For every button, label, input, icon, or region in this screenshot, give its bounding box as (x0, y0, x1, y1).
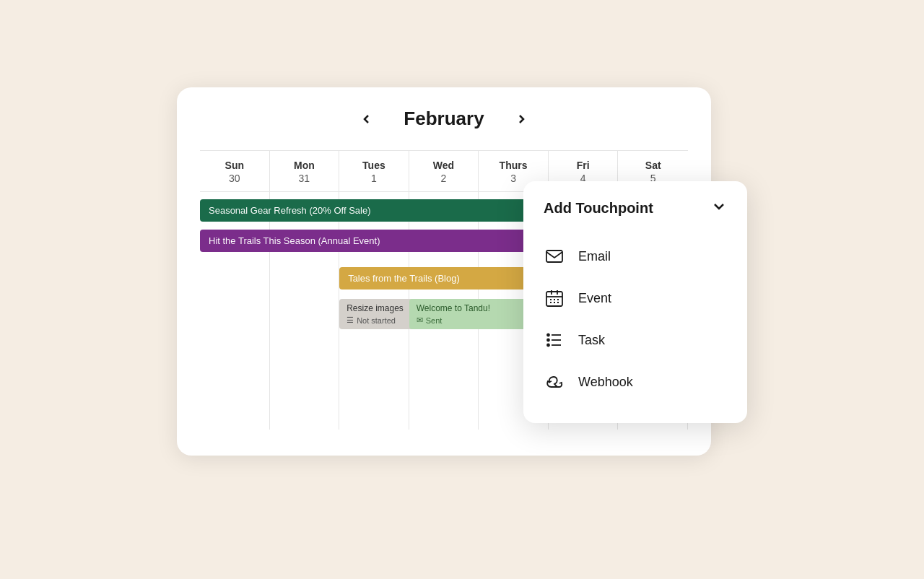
day-name-sun: Sun (200, 160, 269, 171)
svg-point-16 (547, 344, 549, 347)
webhook-label: Webhook (578, 375, 633, 390)
day-number-mon: 31 (270, 173, 339, 184)
day-name-wed: Wed (409, 160, 479, 171)
day-name-thurs: Thurs (479, 160, 548, 171)
day-number-wed: 2 (409, 173, 479, 184)
email-label: Email (578, 249, 611, 264)
task-option[interactable]: Task (544, 319, 727, 361)
chevron-down-icon[interactable] (711, 199, 727, 218)
dropdown-title: Add Touchpoint (544, 200, 653, 217)
dropdown-card: Add Touchpoint Email (523, 181, 747, 423)
grid-col-0 (200, 192, 270, 430)
email-icon (544, 245, 565, 267)
day-col-wed: Wed 2 (409, 151, 479, 191)
webhook-icon (544, 371, 565, 393)
task-icon (544, 329, 565, 351)
day-number-sun: 30 (200, 173, 269, 184)
svg-point-14 (547, 334, 549, 336)
day-col-sun: Sun 30 (200, 151, 270, 191)
dropdown-header: Add Touchpoint (544, 199, 727, 218)
day-col-mon: Mon 31 (270, 151, 340, 191)
next-month-button[interactable] (510, 111, 532, 127)
event-label: Event (578, 291, 611, 306)
calendar-header: February (200, 108, 688, 130)
day-name-sat: Sat (618, 160, 688, 171)
day-name-fri: Fri (549, 160, 618, 171)
day-number-tues: 1 (339, 173, 409, 184)
prev-month-button[interactable] (356, 111, 378, 127)
svg-rect-0 (546, 251, 562, 262)
grid-col-2 (339, 192, 409, 430)
svg-rect-1 (546, 292, 562, 306)
calendar-title: February (404, 108, 484, 130)
day-col-tues: Tues 1 (339, 151, 409, 191)
svg-point-15 (547, 339, 549, 341)
day-name-tues: Tues (339, 160, 409, 171)
task-label: Task (578, 333, 605, 348)
main-container: February Sun 30 Mon 31 Tues 1 Wed 2 (177, 87, 747, 492)
event-option[interactable]: Event (544, 277, 727, 319)
grid-col-1 (270, 192, 340, 430)
email-option[interactable]: Email (544, 235, 727, 277)
webhook-option[interactable]: Webhook (544, 361, 727, 403)
day-name-mon: Mon (270, 160, 339, 171)
event-icon (544, 287, 565, 309)
grid-col-3 (409, 192, 479, 430)
